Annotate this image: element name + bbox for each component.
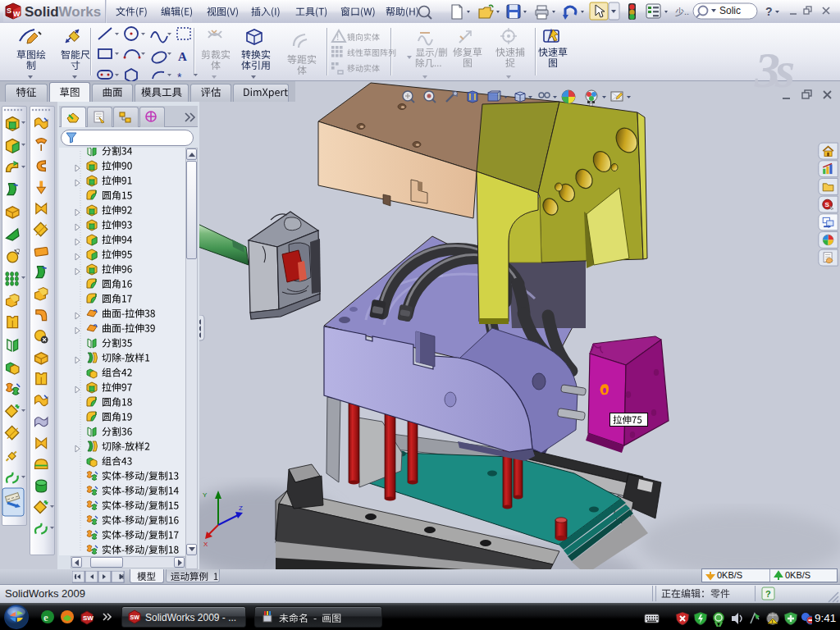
svg-text:S: S: [7, 7, 11, 15]
svg-text:SolidWorks: SolidWorks: [25, 4, 101, 20]
svg-text:X: X: [203, 541, 208, 548]
svg-text:*: *: [177, 71, 182, 81]
svg-text:!: !: [336, 33, 339, 42]
svg-text:SW: SW: [83, 614, 94, 622]
svg-text:S: S: [824, 201, 829, 208]
svg-text:e: e: [43, 611, 48, 623]
svg-text:Solic: Solic: [719, 5, 741, 16]
svg-text:少..: 少..: [675, 7, 689, 16]
svg-text:?: ?: [765, 589, 771, 599]
svg-text:W: W: [13, 10, 21, 18]
svg-text:A: A: [178, 50, 187, 63]
svg-text:?: ?: [765, 5, 773, 18]
svg-text:!: !: [772, 619, 774, 624]
svg-text:Z: Z: [239, 504, 243, 512]
svg-text:Y: Y: [203, 491, 208, 499]
svg-text:SW: SW: [130, 614, 140, 620]
